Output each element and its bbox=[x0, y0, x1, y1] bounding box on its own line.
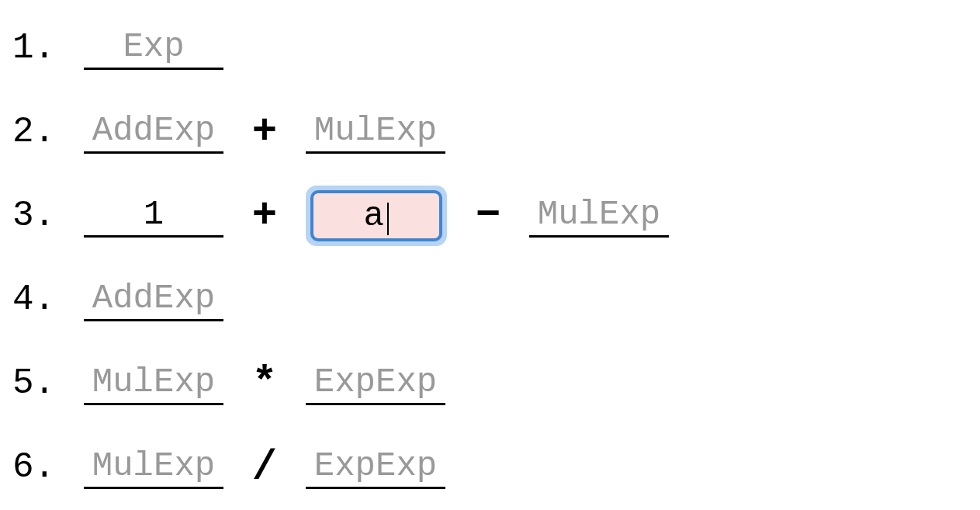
nonterminal-slot[interactable]: ExpExp bbox=[306, 363, 445, 405]
row-number: 1. bbox=[12, 28, 62, 68]
terminal-slot[interactable]: 1 bbox=[84, 195, 223, 238]
operator: * bbox=[245, 363, 284, 404]
row-number: 3. bbox=[12, 196, 62, 236]
nonterminal-slot[interactable]: AddExp bbox=[84, 279, 223, 321]
grammar-row: 5.MulExp*ExpExp bbox=[12, 342, 968, 425]
operator: / bbox=[245, 446, 284, 488]
operator: − bbox=[469, 195, 507, 237]
row-number: 6. bbox=[12, 447, 62, 487]
nonterminal-slot[interactable]: MulExp bbox=[84, 446, 223, 489]
operator: + bbox=[245, 111, 284, 153]
grammar-row: 2.AddExp+MulExp bbox=[12, 90, 968, 174]
active-input-slot[interactable]: a bbox=[306, 186, 447, 246]
row-number: 5. bbox=[12, 363, 62, 404]
grammar-row: 1.Exp bbox=[12, 6, 968, 90]
grammar-row: 6.MulExp/ExpExp bbox=[12, 425, 968, 509]
operator: + bbox=[245, 195, 284, 237]
row-number: 2. bbox=[12, 112, 62, 152]
grammar-row: 3.1+a−MulExp bbox=[12, 174, 968, 258]
grammar-row: 4.AddExp bbox=[12, 258, 968, 342]
row-number: 4. bbox=[12, 279, 62, 320]
text-cursor bbox=[387, 203, 390, 235]
nonterminal-slot[interactable]: AddExp bbox=[84, 111, 223, 154]
active-input-text: a bbox=[364, 196, 384, 235]
nonterminal-slot[interactable]: MulExp bbox=[84, 363, 223, 405]
nonterminal-slot[interactable]: MulExp bbox=[529, 195, 669, 238]
nonterminal-slot[interactable]: MulExp bbox=[306, 111, 445, 154]
nonterminal-slot[interactable]: Exp bbox=[84, 27, 223, 70]
nonterminal-slot[interactable]: ExpExp bbox=[306, 446, 445, 489]
